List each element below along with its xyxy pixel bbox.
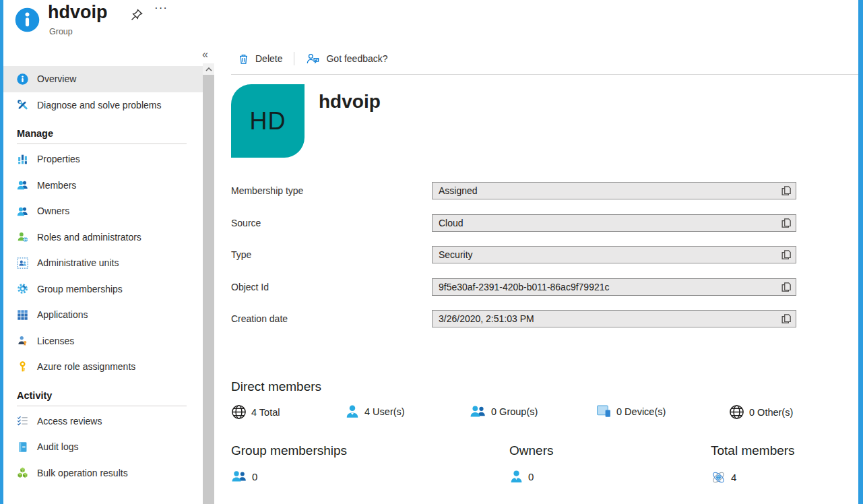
collapse-sidebar-icon[interactable]: « [202, 49, 208, 61]
field-label: Object Id [231, 282, 432, 292]
owners-count: 0 [509, 470, 534, 484]
stat-label: Group(s) [499, 406, 538, 417]
sidebar-item-label: Diagnose and solve problems [37, 100, 161, 111]
sidebar-item-owners[interactable]: Owners [3, 198, 203, 224]
field-source: Source Cloud [231, 214, 858, 232]
copy-icon[interactable] [780, 249, 792, 261]
field-value[interactable]: Security [432, 246, 796, 263]
field-label: Creation date [231, 313, 432, 324]
owners-heading: Owners [509, 443, 553, 458]
tools-icon [17, 99, 28, 111]
group-info-icon [15, 7, 40, 32]
sidebar-item-bulk-results[interactable]: Bulk operation results [3, 460, 203, 486]
group-icon [231, 470, 247, 483]
field-value[interactable]: Assigned [432, 182, 796, 199]
sidebar-nav: Overview Diagnose and solve problems Man… [3, 66, 203, 486]
sidebar-item-label: Roles and administrators [37, 232, 141, 243]
stat-devices: 0 Device(s) [596, 404, 666, 418]
sidebar-item-licenses[interactable]: Licenses [3, 328, 203, 354]
count-value: 0 [252, 471, 257, 482]
pin-icon[interactable] [129, 7, 144, 22]
stat-value: 0 [749, 407, 755, 418]
sidebar-scrollbar[interactable] [203, 63, 214, 504]
trash-icon [238, 53, 249, 65]
field-text: 3/26/2020, 2:51:03 PM [439, 313, 534, 324]
field-value[interactable]: 3/26/2020, 2:51:03 PM [432, 310, 796, 327]
roles-administrators-icon [17, 231, 28, 243]
stat-users: 4 User(s) [345, 404, 405, 419]
audit-logs-icon [17, 441, 28, 453]
sidebar-item-overview[interactable]: Overview [3, 66, 203, 92]
field-label: Type [231, 249, 432, 260]
more-actions-icon[interactable]: ··· [154, 1, 168, 15]
field-value[interactable]: 9f5e30af-2391-420b-b011-86ac9f79921c [432, 278, 796, 296]
divider [17, 144, 187, 144]
stat-label: Total [259, 407, 280, 418]
sidebar-item-label: Members [37, 180, 76, 191]
sidebar-item-azure-roles[interactable]: Azure role assignments [3, 354, 203, 380]
delete-button[interactable]: Delete [238, 53, 282, 65]
sidebar-item-roles[interactable]: Roles and administrators [3, 224, 203, 251]
sidebar-item-label: Properties [37, 154, 80, 164]
gear-icon [17, 283, 28, 294]
sidebar-item-label: Licenses [37, 336, 74, 346]
sidebar: « Overview Diagnose and solve problems M… [3, 43, 216, 504]
toolbar-separator [294, 52, 294, 65]
sidebar-item-label: Group memberships [37, 284, 123, 294]
sidebar-item-label: Access reviews [37, 416, 102, 427]
field-object-id: Object Id 9f5e30af-2391-420b-b011-86ac9f… [231, 278, 858, 296]
info-icon [17, 73, 28, 85]
sidebar-item-admin-units[interactable]: Administrative units [3, 250, 203, 276]
group-icon [470, 404, 486, 418]
copy-icon[interactable] [780, 281, 792, 293]
sidebar-item-diagnose[interactable]: Diagnose and solve problems [3, 92, 203, 119]
copy-icon[interactable] [780, 217, 792, 229]
feedback-icon [306, 53, 320, 65]
total-members-count: 4 [711, 470, 736, 485]
user-icon [509, 470, 523, 484]
sidebar-item-label: Administrative units [37, 257, 119, 268]
sidebar-item-audit-logs[interactable]: Audit logs [3, 434, 203, 460]
sidebar-item-label: Overview [37, 73, 76, 84]
field-text: Cloud [439, 218, 464, 228]
blade-edge-right[interactable] [858, 0, 863, 504]
count-value: 4 [731, 472, 736, 483]
scroll-up-icon[interactable] [203, 63, 214, 75]
access-reviews-icon [17, 415, 28, 427]
sidebar-item-access-reviews[interactable]: Access reviews [3, 408, 203, 435]
sidebar-item-members[interactable]: Members [3, 172, 203, 199]
command-bar: Delete Got feedback? [231, 43, 858, 75]
scrollbar-thumb[interactable] [203, 75, 214, 504]
copy-icon[interactable] [780, 185, 792, 197]
sidebar-item-label: Applications [37, 309, 88, 320]
globe-icon [729, 404, 744, 420]
field-value[interactable]: Cloud [432, 214, 796, 232]
blade-subtitle: Group [49, 27, 73, 36]
main-panel: Delete Got feedback? HD hdvoip Membershi… [231, 43, 858, 504]
field-text: 9f5e30af-2391-420b-b011-86ac9f79921c [439, 282, 610, 292]
stat-groups: 0 Group(s) [470, 404, 538, 418]
sidebar-item-label: Owners [37, 206, 69, 216]
sidebar-item-properties[interactable]: Properties [3, 146, 203, 172]
stat-label: User(s) [373, 406, 405, 417]
group-name-title: hdvoip [319, 91, 381, 113]
field-text: Security [439, 249, 473, 260]
field-membership-type: Membership type Assigned [231, 182, 858, 199]
owners-icon [17, 206, 28, 217]
stat-value: 4 [364, 406, 370, 417]
sidebar-item-group-memberships[interactable]: Group memberships [3, 276, 203, 303]
stat-value: 4 [251, 407, 257, 418]
got-feedback-button[interactable]: Got feedback? [306, 53, 387, 65]
properties-icon [17, 154, 28, 165]
azure-group-overview-screen: hdvoip Group ··· « Overview Diagnose and… [0, 0, 863, 504]
field-label: Membership type [231, 185, 432, 196]
stat-others: 0 Other(s) [729, 404, 793, 420]
direct-members-stats: 4 Total 4 User(s) 0 Group(s) 0 Device(s)… [231, 404, 858, 423]
field-label: Source [231, 218, 432, 228]
total-members-heading: Total members [711, 443, 795, 458]
sidebar-item-applications[interactable]: Applications [3, 302, 203, 328]
copy-icon[interactable] [780, 313, 792, 325]
sidebar-section-manage: Manage [3, 124, 203, 142]
delete-label: Delete [255, 53, 282, 64]
device-icon [596, 404, 612, 418]
